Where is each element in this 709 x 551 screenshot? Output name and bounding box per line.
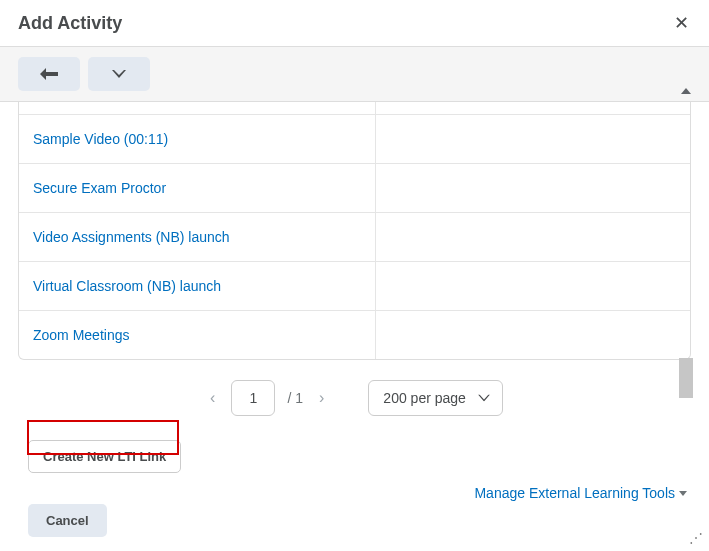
create-lti-button[interactable]: Create New LTI Link (28, 440, 181, 473)
table-row: Virtual Classroom (NB) launch (19, 261, 690, 310)
table-row: Video Assignments (NB) launch (19, 212, 690, 261)
activity-link[interactable]: Sample Video (00:11) (33, 131, 168, 147)
resize-handle-icon[interactable]: ⋰ (689, 531, 703, 545)
activity-table: Sample Video (00:11) Secure Exam Proctor… (18, 102, 691, 360)
table-row: Zoom Meetings (19, 310, 690, 359)
page-total-label: / 1 (287, 390, 303, 406)
scroll-thumb[interactable] (679, 358, 693, 398)
per-page-select[interactable]: 200 per page (368, 380, 503, 416)
activity-link[interactable]: Secure Exam Proctor (33, 180, 166, 196)
activity-link[interactable]: Virtual Classroom (NB) launch (33, 278, 221, 294)
back-button[interactable] (18, 57, 80, 91)
per-page-label: 200 per page (383, 390, 466, 406)
table-row: Secure Exam Proctor (19, 163, 690, 212)
dropdown-button[interactable] (88, 57, 150, 91)
page-input[interactable] (231, 380, 275, 416)
manage-tools-label: Manage External Learning Tools (474, 485, 675, 501)
activity-link[interactable]: Zoom Meetings (33, 327, 129, 343)
chevron-down-icon (679, 491, 687, 496)
scrollbar[interactable] (679, 88, 693, 398)
toolbar (0, 46, 709, 102)
close-icon[interactable]: ✕ (670, 8, 693, 38)
manage-tools-link[interactable]: Manage External Learning Tools (474, 485, 687, 501)
table-row (19, 102, 690, 114)
scroll-up-icon[interactable] (681, 88, 691, 94)
chevron-down-icon (478, 395, 490, 402)
next-page-icon[interactable]: › (315, 385, 328, 411)
arrow-left-icon (40, 68, 58, 80)
activity-link[interactable]: Video Assignments (NB) launch (33, 229, 230, 245)
dialog-title: Add Activity (18, 13, 122, 34)
cancel-button[interactable]: Cancel (28, 504, 107, 537)
table-row: Sample Video (00:11) (19, 114, 690, 163)
prev-page-icon[interactable]: ‹ (206, 385, 219, 411)
pagination: ‹ / 1 › 200 per page (18, 360, 691, 434)
chevron-down-icon (112, 70, 126, 78)
